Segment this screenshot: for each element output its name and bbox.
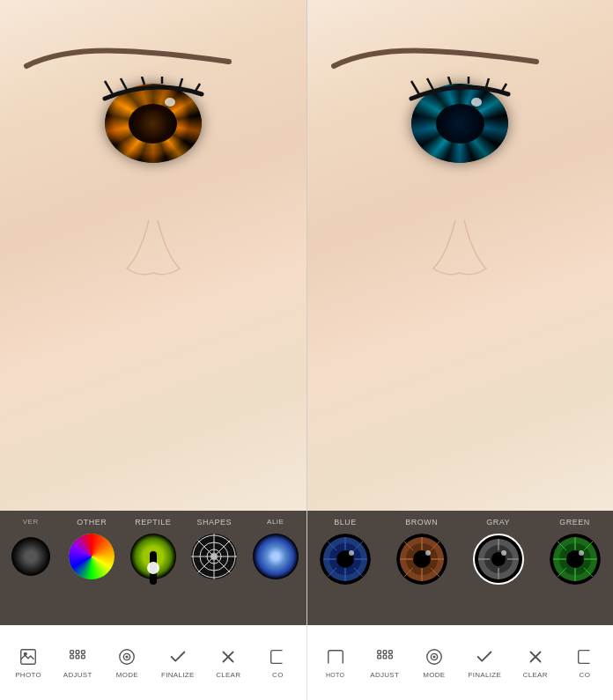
nose-right bbox=[425, 220, 495, 282]
category-shapes[interactable]: SHAPES bbox=[184, 516, 246, 528]
category-ver[interactable]: VER bbox=[0, 516, 62, 528]
svg-rect-83 bbox=[388, 650, 392, 653]
lens-blue bbox=[320, 534, 371, 585]
svg-rect-86 bbox=[388, 655, 392, 659]
lens-item-gray[interactable] bbox=[460, 534, 536, 585]
photo-icon-left bbox=[18, 647, 38, 669]
svg-line-2 bbox=[142, 77, 144, 85]
category-alien[interactable]: ALIE bbox=[245, 516, 306, 528]
toolbar-clear-label-right: CLEAR bbox=[523, 671, 548, 679]
category-other[interactable]: OTHER bbox=[62, 516, 123, 528]
toolbar-co-label-left: CO bbox=[272, 671, 284, 679]
svg-rect-84 bbox=[377, 655, 380, 659]
toolbar-clear-left[interactable]: CLEAR bbox=[213, 647, 244, 679]
lens-shapes bbox=[191, 534, 237, 579]
category-blue[interactable]: BLUE bbox=[307, 516, 384, 528]
toolbar-photo-left[interactable]: PHOTO bbox=[13, 647, 44, 679]
mode-icon-right bbox=[425, 647, 444, 669]
svg-point-69 bbox=[24, 652, 26, 655]
check-icon-left bbox=[168, 647, 188, 669]
toolbar-photo-right-partial[interactable]: HOTO bbox=[320, 648, 351, 678]
svg-rect-70 bbox=[70, 650, 74, 653]
lens-brown bbox=[396, 534, 447, 585]
svg-point-14 bbox=[210, 553, 218, 560]
svg-point-78 bbox=[126, 656, 128, 658]
svg-point-89 bbox=[433, 656, 435, 658]
svg-line-19 bbox=[486, 78, 489, 87]
toolbar-adjust-label-right: ADJUST bbox=[370, 671, 399, 679]
adjust-icon-right bbox=[375, 647, 395, 669]
x-icon-left bbox=[218, 647, 238, 669]
toolbar-adjust-right[interactable]: ADJUST bbox=[369, 647, 400, 679]
lens-item-shapes[interactable] bbox=[184, 534, 246, 579]
svg-line-4 bbox=[180, 78, 182, 87]
eye-left bbox=[105, 84, 202, 163]
toolbar-finalize-label-right: FINALIZE bbox=[469, 671, 502, 679]
lens-gray bbox=[473, 534, 524, 585]
co-icon-right bbox=[575, 647, 595, 669]
svg-rect-85 bbox=[383, 655, 387, 659]
lens-items-left bbox=[0, 530, 306, 583]
svg-point-33 bbox=[349, 550, 354, 556]
svg-rect-72 bbox=[82, 650, 85, 653]
svg-line-15 bbox=[411, 81, 420, 96]
eyelashes-left bbox=[96, 77, 210, 103]
toolbar-co-right[interactable]: CO bbox=[569, 647, 600, 679]
svg-rect-74 bbox=[76, 655, 79, 659]
eye-right bbox=[411, 84, 508, 163]
eyebrow-left bbox=[9, 44, 247, 70]
lens-item-alien[interactable] bbox=[245, 534, 306, 579]
svg-point-55 bbox=[501, 550, 506, 556]
toolbar-clear-right[interactable]: CLEAR bbox=[520, 647, 550, 679]
svg-point-68 bbox=[579, 550, 584, 556]
svg-rect-81 bbox=[377, 650, 380, 653]
eyebrow-right bbox=[316, 44, 554, 70]
toolbar-mode-label-right: MODE bbox=[423, 671, 445, 679]
lens-item-brown[interactable] bbox=[383, 534, 460, 585]
toolbar-finalize-left[interactable]: FINALIZE bbox=[161, 647, 195, 679]
left-panel: VER OTHER REPTILE SHAPES ALIE bbox=[0, 0, 307, 625]
lens-categories-left: VER OTHER REPTILE SHAPES ALIE bbox=[0, 511, 306, 530]
toolbar-mode-right[interactable]: MODE bbox=[418, 647, 449, 679]
lens-item-green[interactable] bbox=[536, 534, 613, 585]
category-brown[interactable]: BROWN bbox=[383, 516, 460, 528]
toolbar-adjust-left[interactable]: ADJUST bbox=[63, 647, 93, 679]
svg-rect-73 bbox=[70, 655, 74, 659]
toolbar-mode-label-left: MODE bbox=[116, 671, 138, 679]
lens-item-blue[interactable] bbox=[307, 534, 384, 585]
svg-rect-75 bbox=[82, 655, 85, 659]
mode-icon-left bbox=[117, 647, 137, 669]
x-icon-right bbox=[526, 647, 545, 669]
check-icon-right bbox=[475, 647, 494, 669]
toolbar-left: PHOTO ADJUST MODE FINALIZE bbox=[0, 625, 307, 700]
category-green[interactable]: GREEN bbox=[536, 516, 613, 528]
right-panel: BLUE BROWN GRAY GREEN bbox=[307, 0, 614, 625]
svg-line-17 bbox=[448, 77, 451, 85]
lens-bar-left: VER OTHER REPTILE SHAPES ALIE bbox=[0, 511, 306, 625]
lens-categories-right: BLUE BROWN GRAY GREEN bbox=[307, 511, 614, 530]
toolbar-clear-label-left: CLEAR bbox=[216, 671, 240, 679]
eyelashes-right bbox=[403, 77, 517, 103]
lens-item-other[interactable] bbox=[62, 534, 123, 579]
toolbar-photo-label-right-partial: HOTO bbox=[326, 672, 344, 678]
lens-items-right bbox=[307, 530, 614, 588]
lens-item-black[interactable] bbox=[0, 534, 62, 579]
lens-bar-right: BLUE BROWN GRAY GREEN bbox=[307, 511, 614, 625]
category-reptile[interactable]: REPTILE bbox=[122, 516, 184, 528]
toolbar-co-left[interactable]: CO bbox=[262, 647, 293, 679]
toolbar-photo-label-left: PHOTO bbox=[15, 671, 41, 679]
toolbar-finalize-right[interactable]: FINALIZE bbox=[469, 647, 502, 679]
toolbar-mode-left[interactable]: MODE bbox=[112, 647, 143, 679]
toolbar-right: HOTO ADJUST MODE FINALIZE bbox=[307, 625, 614, 700]
toolbar-adjust-label-left: ADJUST bbox=[63, 671, 92, 679]
nose-left bbox=[118, 220, 188, 282]
adjust-icon-left bbox=[68, 647, 87, 669]
svg-line-0 bbox=[105, 81, 114, 96]
lens-black bbox=[11, 537, 50, 576]
lens-other bbox=[69, 534, 114, 579]
co-icon-left bbox=[268, 647, 287, 669]
category-gray[interactable]: GRAY bbox=[460, 516, 536, 528]
svg-rect-71 bbox=[76, 650, 79, 653]
photo-icon-right-partial bbox=[326, 648, 345, 670]
lens-alien bbox=[253, 534, 299, 579]
